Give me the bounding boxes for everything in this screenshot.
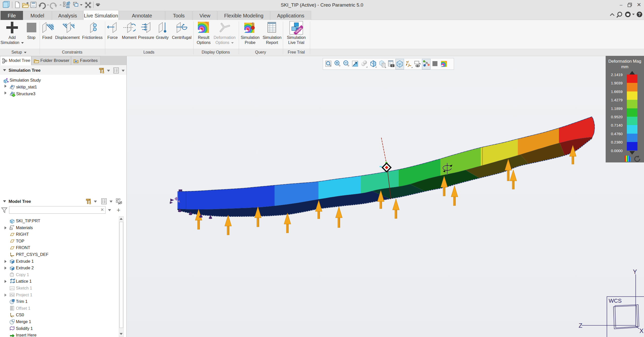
svg-text:?: ? [638,12,641,17]
